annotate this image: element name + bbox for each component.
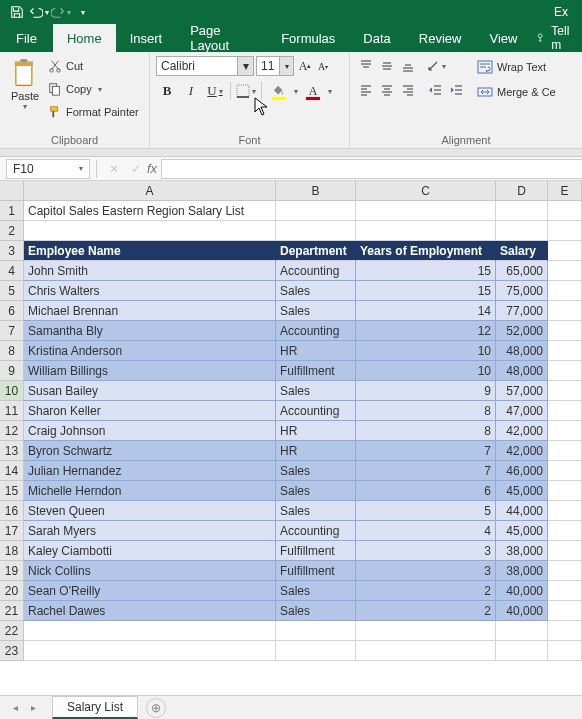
cell-years[interactable]: 15 [356, 281, 496, 301]
header-department[interactable]: Department [276, 241, 356, 261]
tab-formulas[interactable]: Formulas [267, 24, 349, 52]
cell[interactable] [548, 201, 582, 221]
font-name-selector[interactable]: Calibri ▾ [156, 56, 254, 76]
cell-name[interactable]: Sharon Keller [24, 401, 276, 421]
align-center-button[interactable] [377, 80, 397, 100]
cell-years[interactable]: 9 [356, 381, 496, 401]
column-header-b[interactable]: B [276, 181, 356, 200]
cell-name[interactable]: Nick Collins [24, 561, 276, 581]
cell-years[interactable]: 8 [356, 401, 496, 421]
redo-icon[interactable]: ▾ [50, 2, 72, 22]
align-middle-button[interactable] [377, 56, 397, 76]
row-header[interactable]: 13 [0, 441, 24, 461]
underline-button[interactable]: U▾ [204, 80, 226, 102]
cell[interactable] [24, 641, 276, 661]
row-header[interactable]: 17 [0, 521, 24, 541]
cell-salary[interactable]: 44,000 [496, 501, 548, 521]
column-header-c[interactable]: C [356, 181, 496, 200]
row-header[interactable]: 1 [0, 201, 24, 221]
row-header[interactable]: 19 [0, 561, 24, 581]
format-painter-button[interactable]: Format Painter [48, 102, 139, 122]
cell-dept[interactable]: Sales [276, 301, 356, 321]
tab-home[interactable]: Home [53, 24, 116, 52]
row-header[interactable]: 9 [0, 361, 24, 381]
cell[interactable] [548, 541, 582, 561]
cell-dept[interactable]: Sales [276, 381, 356, 401]
cell[interactable] [496, 641, 548, 661]
column-header-e[interactable]: E [548, 181, 582, 200]
align-left-button[interactable] [356, 80, 376, 100]
tab-review[interactable]: Review [405, 24, 476, 52]
tab-file[interactable]: File [0, 24, 53, 52]
cell-name[interactable]: Michelle Herndon [24, 481, 276, 501]
cell[interactable] [548, 261, 582, 281]
cell-dept[interactable]: HR [276, 421, 356, 441]
cell-name[interactable]: Steven Queen [24, 501, 276, 521]
cell[interactable] [276, 221, 356, 241]
sheet-nav-prev[interactable]: ◂ [6, 699, 24, 717]
cell[interactable] [24, 221, 276, 241]
cell-years[interactable]: 3 [356, 541, 496, 561]
row-header[interactable]: 8 [0, 341, 24, 361]
cell[interactable] [548, 581, 582, 601]
cell[interactable] [548, 601, 582, 621]
orientation-button[interactable]: ▾ [426, 56, 446, 76]
cell[interactable] [356, 221, 496, 241]
cell-dept[interactable]: Accounting [276, 261, 356, 281]
decrease-font-button[interactable]: A▾ [314, 56, 332, 76]
cell-years[interactable]: 5 [356, 501, 496, 521]
cell-name[interactable]: Chris Walters [24, 281, 276, 301]
cell-name[interactable]: Byron Schwartz [24, 441, 276, 461]
tab-data[interactable]: Data [349, 24, 404, 52]
cancel-formula-button[interactable]: ✕ [103, 159, 125, 179]
cell[interactable] [24, 621, 276, 641]
cell-salary[interactable]: 45,000 [496, 481, 548, 501]
qat-customize-icon[interactable]: ▾ [72, 2, 94, 22]
row-header[interactable]: 21 [0, 601, 24, 621]
add-sheet-button[interactable]: ⊕ [146, 698, 166, 718]
cell[interactable] [496, 201, 548, 221]
row-header[interactable]: 12 [0, 421, 24, 441]
cell-salary[interactable]: 38,000 [496, 541, 548, 561]
cell[interactable] [548, 641, 582, 661]
increase-font-button[interactable]: A▴ [296, 56, 314, 76]
title-cell[interactable]: Capitol Sales Eastern Region Salary List [24, 201, 276, 221]
row-header[interactable]: 18 [0, 541, 24, 561]
cell-dept[interactable]: Accounting [276, 321, 356, 341]
cell-salary[interactable]: 38,000 [496, 561, 548, 581]
cell[interactable] [548, 341, 582, 361]
header-employee-name[interactable]: Employee Name [24, 241, 276, 261]
row-header[interactable]: 5 [0, 281, 24, 301]
sheet-tab-active[interactable]: Salary List [52, 696, 138, 719]
cell-salary[interactable]: 40,000 [496, 601, 548, 621]
cell[interactable] [548, 561, 582, 581]
cell-years[interactable]: 4 [356, 521, 496, 541]
cell[interactable] [356, 621, 496, 641]
cell-years[interactable]: 2 [356, 581, 496, 601]
column-header-a[interactable]: A [24, 181, 276, 200]
cell-salary[interactable]: 52,000 [496, 321, 548, 341]
cell-salary[interactable]: 75,000 [496, 281, 548, 301]
align-bottom-button[interactable] [398, 56, 418, 76]
save-icon[interactable] [6, 2, 28, 22]
cell[interactable] [548, 441, 582, 461]
cell-name[interactable]: William Billings [24, 361, 276, 381]
cell-dept[interactable]: Accounting [276, 521, 356, 541]
cell-salary[interactable]: 46,000 [496, 461, 548, 481]
cell[interactable] [276, 641, 356, 661]
cell-name[interactable]: Kaley Ciambotti [24, 541, 276, 561]
cell[interactable] [548, 381, 582, 401]
fill-color-button[interactable]: ▾ [266, 80, 292, 102]
cell-name[interactable]: Rachel Dawes [24, 601, 276, 621]
paste-button[interactable]: Paste ▾ [6, 56, 44, 132]
cell-years[interactable]: 6 [356, 481, 496, 501]
cell[interactable] [548, 321, 582, 341]
fx-icon[interactable]: fx [147, 161, 157, 176]
cell-dept[interactable]: Sales [276, 461, 356, 481]
select-all-corner[interactable] [0, 181, 24, 200]
copy-button[interactable]: Copy ▾ [48, 79, 139, 99]
cell-years[interactable]: 8 [356, 421, 496, 441]
cell[interactable] [548, 461, 582, 481]
row-header[interactable]: 20 [0, 581, 24, 601]
row-header[interactable]: 11 [0, 401, 24, 421]
